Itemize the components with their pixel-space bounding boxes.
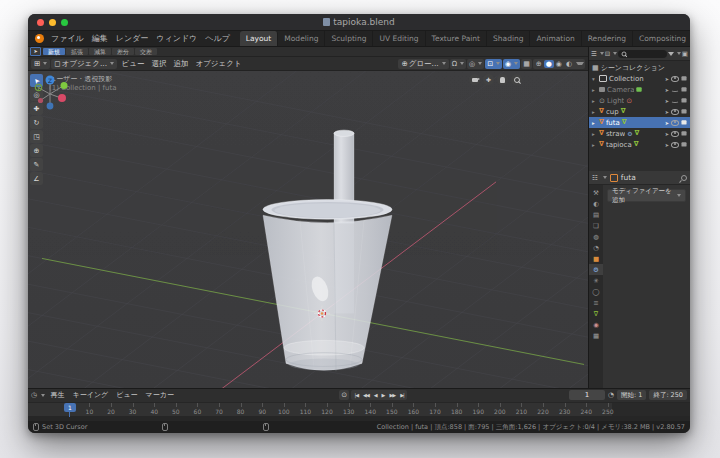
selectable-icon[interactable]: ➤ xyxy=(665,131,669,137)
workspace-tab[interactable]: Shading xyxy=(487,31,530,46)
workspace-tab[interactable]: Modeling xyxy=(278,31,325,46)
viewport-menu-item[interactable]: 追加 xyxy=(170,59,192,69)
disclosure-icon[interactable]: ▸ xyxy=(592,131,597,137)
viewport-menu-item[interactable]: 選択 xyxy=(148,59,170,69)
object-properties-tab[interactable]: ■ xyxy=(589,253,603,264)
select-mode-tab[interactable]: 交差 xyxy=(135,48,157,55)
workspace-tab[interactable]: Layout xyxy=(240,31,279,46)
menubar-item[interactable]: ヘルプ xyxy=(201,33,234,44)
timeline-menu-item[interactable]: マーカー xyxy=(142,390,177,400)
current-frame-field[interactable]: 1 xyxy=(569,390,605,400)
selectable-icon[interactable]: ➤ xyxy=(665,109,669,115)
disclosure-icon[interactable]: ▾ xyxy=(592,76,597,82)
editor-type-button[interactable]: ⊞ xyxy=(31,59,50,69)
gizmo-x-neg-axis[interactable] xyxy=(38,98,43,103)
navigation-gizmo[interactable]: Z Y xyxy=(28,71,72,115)
visibility-eye-icon[interactable] xyxy=(671,142,679,148)
add-modifier-button[interactable]: モディファイアーを追加 xyxy=(607,189,686,202)
gizmos-toggle[interactable]: ⊡ xyxy=(485,59,502,69)
filter-icon[interactable] xyxy=(668,52,674,56)
selectable-icon[interactable]: ➤ xyxy=(665,76,669,82)
material-shading-button[interactable]: ◉ xyxy=(554,60,564,68)
outliner-row[interactable]: ▸∇futa∇➤ xyxy=(589,117,690,128)
timeline-menu-item[interactable]: ビュー xyxy=(113,390,141,400)
rotate-tool[interactable]: ↻ xyxy=(30,116,43,129)
object-data-properties-tab[interactable]: ∇ xyxy=(589,308,603,319)
selectable-icon[interactable]: ➤ xyxy=(665,142,669,148)
outliner-row[interactable]: ▸⊙Light⊙➤ xyxy=(589,95,690,106)
properties-editor-icon[interactable]: ☷ xyxy=(592,174,598,182)
viewport-menu-item[interactable]: ビュー xyxy=(118,59,148,69)
render-visibility-icon[interactable] xyxy=(681,110,686,114)
cup-object[interactable] xyxy=(263,200,392,372)
visibility-eye-icon[interactable] xyxy=(671,120,679,126)
snap-toggle[interactable]: Ω xyxy=(450,59,466,69)
annotate-tool[interactable]: ✎ xyxy=(30,158,43,171)
menubar-item[interactable]: ファイル xyxy=(47,33,88,44)
playhead[interactable]: 1 xyxy=(64,403,76,412)
menubar-item[interactable]: ウィンドウ xyxy=(152,33,201,44)
outliner-row[interactable]: ▸∇cup∇➤ xyxy=(589,106,690,117)
visibility-eye-icon[interactable] xyxy=(671,109,679,115)
visibility-eye-icon[interactable] xyxy=(671,98,679,103)
jump-to-end-button[interactable]: ▶| xyxy=(398,392,407,398)
select-mode-tab[interactable]: 拡張 xyxy=(66,48,88,55)
titlebar[interactable]: tapioka.blend xyxy=(28,14,690,31)
workspace-tab[interactable]: Sculpting xyxy=(325,31,373,46)
outliner-scene-collection[interactable]: ▦シーンコレクション xyxy=(589,62,690,73)
outliner-row[interactable]: ▾Collection➤ xyxy=(589,73,690,84)
play-button[interactable]: ▶ xyxy=(379,392,387,398)
measure-tool[interactable]: ∠ xyxy=(30,172,43,185)
render-properties-tab[interactable]: ◐ xyxy=(589,198,603,209)
render-visibility-icon[interactable] xyxy=(681,132,686,136)
selectable-icon[interactable]: ➤ xyxy=(665,98,669,104)
play-reverse-button[interactable]: ◀ xyxy=(371,392,379,398)
modifiers-properties-tab[interactable]: ⚙ xyxy=(589,264,603,275)
minimize-window-button[interactable] xyxy=(49,19,56,26)
disclosure-icon[interactable]: ▸ xyxy=(592,98,597,104)
outliner-editor-icon[interactable]: ☰ xyxy=(591,50,597,58)
scale-tool[interactable]: ◳ xyxy=(30,130,43,143)
disclosure-icon[interactable]: ▸ xyxy=(592,142,597,148)
world-properties-tab[interactable]: ◔ xyxy=(589,242,603,253)
zoom-view-button[interactable] xyxy=(511,74,522,85)
select-mode-tab[interactable]: 減算 xyxy=(89,48,111,55)
move-view-button[interactable]: ✚ xyxy=(483,74,494,85)
disclosure-icon[interactable]: ▸ xyxy=(592,87,597,93)
timeline-ruler[interactable]: 1 10203040506070809010011012013014015016… xyxy=(28,402,690,417)
timeline-editor-icon[interactable]: ◷ xyxy=(31,391,37,399)
particles-properties-tab[interactable]: ✳ xyxy=(589,275,603,286)
workspace-tab[interactable]: UV Editing xyxy=(373,31,425,46)
zoom-window-button[interactable] xyxy=(61,19,68,26)
outliner-row[interactable]: ▸∇straw⚙∇➤ xyxy=(589,128,690,139)
render-visibility-icon[interactable] xyxy=(681,77,686,81)
solid-shading-button[interactable]: ● xyxy=(544,60,554,68)
pin-icon[interactable] xyxy=(681,175,687,181)
outliner-display-mode[interactable]: ⊟ xyxy=(605,50,610,58)
frame-start-field[interactable]: 開始: 1 xyxy=(617,390,646,400)
jump-to-start-button[interactable]: |◀ xyxy=(352,392,361,398)
workspace-tab[interactable]: Animation xyxy=(530,31,581,46)
overlays-toggle[interactable]: ◉ xyxy=(503,59,520,69)
shading-dropdown[interactable] xyxy=(576,62,584,65)
viewport-menu-item[interactable]: オブジェクト xyxy=(192,59,245,69)
proportional-editing-toggle[interactable]: ◎ xyxy=(467,59,484,69)
render-visibility-icon[interactable] xyxy=(681,121,686,125)
output-properties-tab[interactable]: ▤ xyxy=(589,209,603,220)
outliner-row[interactable]: ▸Camera➤ xyxy=(589,84,690,95)
frame-end-field[interactable]: 終了: 250 xyxy=(649,390,687,400)
selectable-icon[interactable]: ➤ xyxy=(665,120,669,126)
gizmo-z-neg-axis[interactable] xyxy=(47,103,54,110)
workspace-tab[interactable]: Rendering xyxy=(582,31,633,46)
camera-view-button[interactable] xyxy=(469,74,480,85)
constraints-properties-tab[interactable]: ≡ xyxy=(589,297,603,308)
visibility-eye-icon[interactable] xyxy=(671,131,679,137)
menubar-item[interactable]: レンダー xyxy=(112,33,153,44)
select-mode-tab[interactable]: 新規 xyxy=(43,48,65,55)
scene-properties-tab[interactable]: ◍ xyxy=(589,231,603,242)
visibility-eye-icon[interactable] xyxy=(671,76,679,82)
transform-orientation-dropdown[interactable]: ⊕グロー... xyxy=(398,59,448,69)
menubar-item[interactable]: 編集 xyxy=(88,33,112,44)
render-visibility-icon[interactable] xyxy=(681,88,686,92)
timeline-menu-item[interactable]: 再生 xyxy=(47,390,68,400)
